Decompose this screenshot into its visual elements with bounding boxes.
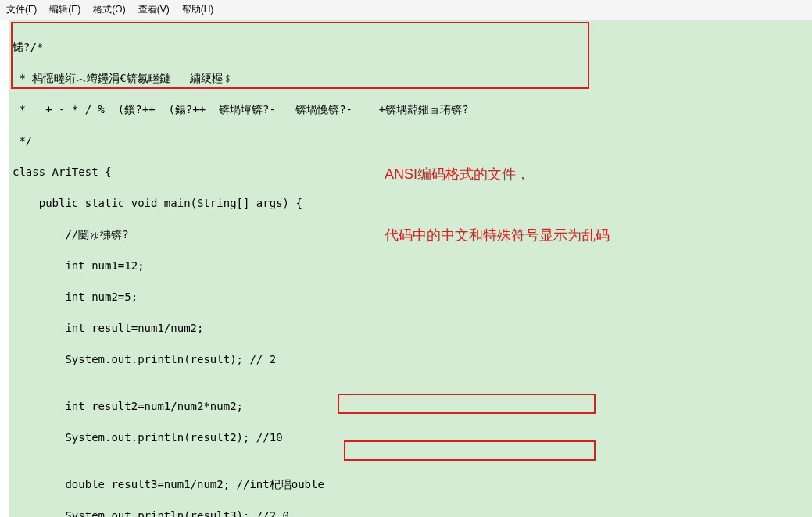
menu-file[interactable]: 文件(F)	[3, 2, 40, 18]
code-line: public static void main(String[] args) {	[13, 195, 812, 211]
code-line: 锘?/*	[13, 39, 812, 55]
code-line: System.out.println(result3); //2.0	[13, 508, 812, 517]
code-line: //闄ゅ彿锛?	[13, 226, 812, 242]
code-line: int num1=12;	[13, 258, 812, 273]
code-line: System.out.println(result2); //10	[13, 430, 812, 445]
code-line: double result3=num1/num2; //int杞琩ouble	[13, 476, 812, 492]
code-line: int result2=num1/num2*num2;	[13, 398, 812, 414]
code-line: System.out.println(result); // 2	[13, 351, 812, 367]
code-line: int num2=5;	[13, 289, 812, 305]
menu-help[interactable]: 帮助(H)	[179, 2, 217, 18]
menu-edit[interactable]: 编辑(E)	[46, 2, 84, 18]
text-editor[interactable]: 锘?/* * 杩愮畻绗︿竴鑸涓€锛氱畻鏈 繍绠楃﹩ * + - * / % (鎻…	[0, 20, 812, 517]
code-line: int result=num1/num2;	[13, 320, 812, 336]
code-line: class AriTest {	[13, 164, 812, 180]
code-line: * 杩愮畻绗︿竴鑸涓€锛氱畻鏈 繍绠楃﹩	[13, 70, 812, 86]
code-line: */	[13, 133, 812, 148]
menu-format[interactable]: 格式(O)	[90, 2, 128, 18]
menubar: 文件(F) 编辑(E) 格式(O) 查看(V) 帮助(H)	[0, 0, 812, 20]
code-line: * + - * / % (鎻?++ (鍚?++ 锛堝墠锛?- 锛堝悗锛?- +锛…	[13, 102, 812, 117]
menu-view[interactable]: 查看(V)	[135, 2, 173, 18]
